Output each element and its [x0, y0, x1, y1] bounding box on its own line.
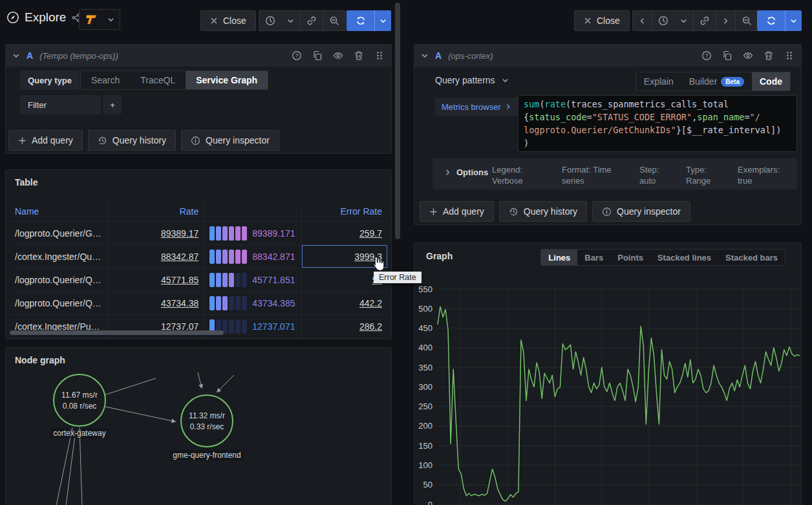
- query-help-icon[interactable]: [292, 50, 302, 61]
- cell-name[interactable]: /logproto.Querier/Q…: [10, 268, 109, 291]
- close-split-left-button[interactable]: Close: [200, 10, 256, 31]
- add-query-button[interactable]: Add query: [8, 130, 83, 151]
- node-graph-panel: Node graph 11.67 ms/r 0.08 r/sec cortex-…: [5, 347, 392, 505]
- column-header-rate[interactable]: Rate: [109, 201, 205, 221]
- column-header-gauge[interactable]: [204, 201, 302, 221]
- cell-name[interactable]: /logproto.Querier/Q…: [10, 292, 109, 314]
- options-toggle[interactable]: Options: [444, 167, 488, 177]
- node-cortex-gateway[interactable]: 11.67 ms/r 0.08 r/sec: [53, 374, 106, 427]
- code-token: sum: [524, 99, 539, 109]
- run-query-button-left[interactable]: [347, 10, 391, 31]
- zoom-out-time-button[interactable]: [736, 11, 758, 30]
- y-axis-tick-label: 250: [418, 402, 433, 411]
- drag-query-handle-icon[interactable]: [374, 50, 385, 61]
- datasource-picker[interactable]: [79, 9, 120, 30]
- y-axis-tick-label: 100: [418, 460, 433, 470]
- query-ref-letter[interactable]: A: [435, 50, 442, 61]
- add-query-button[interactable]: Add query: [420, 201, 494, 222]
- cell-error-rate: 3999.3: [302, 245, 387, 268]
- time-series-chart[interactable]: 050100150200250300350400450500550: [414, 243, 802, 505]
- shift-time-forward-button[interactable]: [716, 11, 735, 30]
- code-token: }: [676, 125, 681, 135]
- cell-rate: 89389.17: [109, 222, 205, 244]
- query-type-row: Query type Search TraceQL Service Graph: [20, 70, 268, 90]
- query-inspector-button[interactable]: Query inspector: [181, 130, 279, 151]
- tab-code[interactable]: Code: [752, 72, 790, 91]
- query-type-service-graph[interactable]: Service Graph: [186, 71, 268, 89]
- gauge-value: 12737.071: [252, 321, 295, 332]
- query-history-button[interactable]: Query history: [88, 130, 176, 151]
- query-ref-letter[interactable]: A: [27, 50, 33, 61]
- duplicate-query-icon[interactable]: [312, 50, 323, 61]
- cell-error-rate: 259.7: [302, 222, 387, 244]
- time-picker-button[interactable]: [259, 11, 281, 30]
- shift-time-back-button[interactable]: [633, 11, 652, 30]
- error-rate-link[interactable]: 259.7: [359, 228, 382, 239]
- close-split-right-button[interactable]: Close: [574, 10, 630, 31]
- metrics-browser-button[interactable]: Metrics browser: [435, 98, 518, 116]
- plus-icon: [18, 136, 27, 145]
- table-header-row: Name Rate Error Rate: [10, 201, 387, 222]
- time-picker-button[interactable]: [652, 11, 674, 30]
- remove-query-icon[interactable]: [354, 50, 364, 61]
- collapse-query-icon[interactable]: [421, 52, 429, 59]
- cell-name[interactable]: /cortex.Ingester/Qu…: [10, 245, 109, 268]
- gauge-value: 88342.871: [252, 252, 295, 262]
- code-token: "STATUS_CODE_ERROR": [592, 112, 692, 122]
- info-icon: [602, 207, 612, 217]
- code-token: =: [587, 112, 592, 122]
- add-filter-button[interactable]: +: [103, 95, 122, 114]
- gauge-segment: [242, 273, 247, 287]
- run-interval-dropdown[interactable]: [785, 10, 802, 31]
- disable-query-icon[interactable]: [333, 50, 343, 61]
- copy-shortened-link-button[interactable]: [694, 11, 716, 30]
- query-patterns-dropdown[interactable]: Query patterns: [435, 75, 509, 85]
- cell-name[interactable]: /logproto.Querier/G…: [10, 222, 109, 244]
- rate-link[interactable]: 89389.17: [161, 228, 198, 239]
- drag-query-handle-icon[interactable]: [784, 50, 795, 61]
- close-button-label: Close: [597, 16, 620, 26]
- refresh-icon[interactable]: [347, 10, 374, 31]
- y-axis-tick-label: 400: [418, 343, 433, 352]
- node-graph-edge: [198, 372, 202, 388]
- query-type-search[interactable]: Search: [81, 71, 130, 89]
- query-help-icon[interactable]: [701, 50, 712, 61]
- query-inspector-button[interactable]: Query inspector: [592, 201, 690, 222]
- remove-query-icon[interactable]: [764, 50, 774, 61]
- error-rate-link[interactable]: 3999.3: [354, 252, 382, 262]
- time-picker-dropdown[interactable]: [281, 11, 300, 30]
- time-picker-dropdown[interactable]: [674, 11, 693, 30]
- code-token: (: [566, 99, 571, 109]
- query-history-button[interactable]: Query history: [499, 201, 587, 222]
- run-interval-dropdown[interactable]: [374, 10, 391, 31]
- cell-rate-gauge: 89389.171: [204, 222, 302, 244]
- column-header-name[interactable]: Name: [10, 201, 109, 221]
- query-type-traceql[interactable]: TraceQL: [130, 71, 186, 89]
- gauge-segment: [216, 226, 221, 241]
- zoom-out-time-button[interactable]: [323, 11, 345, 30]
- option-type: Type: Range: [686, 164, 717, 186]
- code-token: logproto.Querier/GetChunkIDs": [524, 125, 676, 135]
- duplicate-query-icon[interactable]: [722, 50, 732, 61]
- cell-rate: 43734.38: [109, 292, 205, 314]
- explore-brand: Explore: [6, 10, 81, 25]
- column-header-error-rate[interactable]: Error Rate: [302, 201, 387, 221]
- run-query-button-right[interactable]: [757, 10, 802, 31]
- collapse-query-icon[interactable]: [12, 52, 20, 59]
- tab-builder[interactable]: Builder Beta: [681, 72, 752, 91]
- rate-link[interactable]: 45771.85: [161, 275, 198, 285]
- left-pane-scrollbar[interactable]: [395, 3, 400, 239]
- table-horizontal-scrollbar[interactable]: [10, 330, 224, 335]
- error-rate-link[interactable]: 442.2: [359, 298, 382, 308]
- disable-query-icon[interactable]: [743, 50, 753, 61]
- rate-link[interactable]: 88342.87: [161, 252, 198, 262]
- rate-link[interactable]: 43734.38: [161, 298, 198, 308]
- tab-explain[interactable]: Explain: [636, 72, 681, 91]
- gauge-segment: [222, 273, 228, 287]
- option-legend: Legend: Verbose: [492, 164, 532, 186]
- promql-code-editor[interactable]: sum(rate(traces_spanmetrics_calls_total{…: [518, 95, 797, 152]
- copy-shortened-link-button[interactable]: [301, 11, 323, 30]
- refresh-icon[interactable]: [757, 10, 785, 31]
- error-rate-link[interactable]: 286.2: [359, 321, 382, 332]
- node-gme-query-frontend[interactable]: 11.32 ms/r 0.33 r/sec: [180, 394, 233, 447]
